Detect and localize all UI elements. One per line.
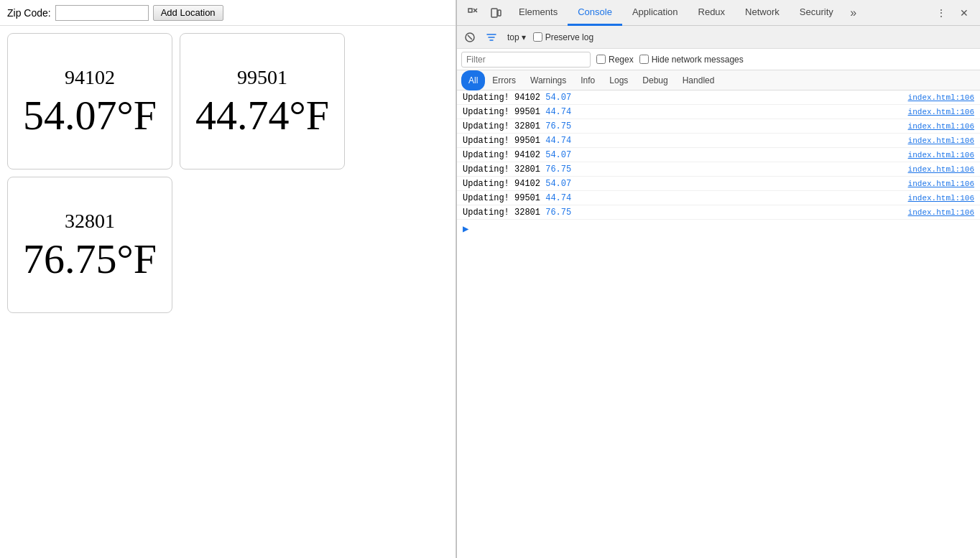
log-text: Updating! 94102 [463, 93, 545, 103]
context-selector[interactable]: top ▾ [504, 31, 529, 44]
regex-option[interactable]: Regex [596, 55, 634, 65]
log-text: Updating! 32801 [463, 164, 545, 175]
console-message: Updating! 94102 54.07 [463, 150, 908, 160]
log-text: Updating! 32801 [463, 121, 545, 131]
svg-rect-3 [491, 9, 497, 17]
close-devtools-button[interactable]: ✕ [954, 3, 974, 23]
preserve-log-checkbox[interactable] [533, 32, 542, 42]
zip-input[interactable] [55, 5, 149, 21]
log-text: Updating! 94102 [463, 179, 545, 189]
log-number: 76.75 [545, 208, 571, 218]
log-level-tab-warnings[interactable]: Warnings [523, 70, 573, 90]
log-number: 76.75 [545, 121, 571, 131]
console-source[interactable]: index.html:106 [908, 180, 974, 188]
svg-rect-0 [468, 9, 472, 12]
console-message: Updating! 99501 44.74 [463, 107, 908, 117]
console-row: Updating! 32801 76.75 index.html:106 [457, 205, 980, 220]
clear-console-button[interactable] [461, 29, 479, 46]
weather-card: 94102 54.07°F [7, 33, 172, 169]
console-source[interactable]: index.html:106 [908, 122, 974, 131]
console-toolbar: top ▾ Preserve log [457, 26, 980, 49]
console-source[interactable]: index.html:106 [908, 208, 974, 217]
context-chevron-icon: ▾ [522, 32, 526, 42]
hide-network-label: Hide network messages [652, 55, 744, 65]
devtools-right-icons: ⋮ ✕ [931, 3, 974, 23]
log-level-tab-debug[interactable]: Debug [635, 70, 675, 90]
console-message: Updating! 99501 44.74 [463, 136, 908, 146]
regex-checkbox[interactable] [596, 55, 606, 64]
console-source[interactable]: index.html:106 [908, 108, 974, 116]
console-message: Updating! 99501 44.74 [463, 193, 908, 203]
console-output: Updating! 94102 54.07 index.html:106 Upd… [457, 90, 980, 558]
console-row: Updating! 32801 76.75 index.html:106 [457, 119, 980, 134]
log-number: 54.07 [545, 179, 571, 189]
tab-network[interactable]: Network [735, 0, 790, 26]
console-source[interactable]: index.html:106 [908, 165, 974, 174]
log-text: Updating! 94102 [463, 150, 545, 160]
console-row: Updating! 94102 54.07 index.html:106 [457, 177, 980, 191]
console-message: Updating! 32801 76.75 [463, 164, 908, 175]
tab-security[interactable]: Security [790, 0, 843, 26]
weather-zip: 99501 [237, 66, 287, 89]
weather-zip: 94102 [65, 66, 115, 89]
log-level-tab-info[interactable]: Info [573, 70, 602, 90]
tab-elements[interactable]: Elements [509, 0, 568, 26]
filter-bar: Regex Hide network messages [457, 49, 980, 70]
console-row: Updating! 94102 54.07 index.html:106 [457, 90, 980, 105]
more-tabs-button[interactable]: » [843, 3, 864, 23]
log-number: 54.07 [545, 93, 571, 103]
console-message: Updating! 32801 76.75 [463, 208, 908, 218]
log-text: Updating! 99501 [463, 193, 545, 203]
log-text: Updating! 32801 [463, 208, 545, 218]
log-number: 44.74 [545, 107, 571, 117]
log-text: Updating! 99501 [463, 136, 545, 146]
weather-card: 32801 76.75°F [7, 177, 172, 313]
log-level-tab-all[interactable]: All [461, 70, 485, 90]
console-row: Updating! 99501 44.74 index.html:106 [457, 105, 980, 119]
console-source[interactable]: index.html:106 [908, 136, 974, 145]
log-text: Updating! 99501 [463, 107, 545, 117]
console-message: Updating! 32801 76.75 [463, 121, 908, 131]
add-location-button[interactable]: Add Location [153, 5, 223, 21]
more-options-button[interactable]: ⋮ [931, 3, 951, 23]
regex-label: Regex [609, 55, 634, 65]
console-filter-input[interactable] [461, 52, 591, 68]
device-icon-button[interactable] [486, 3, 506, 23]
console-prompt: ▶ [457, 220, 980, 238]
console-source[interactable]: index.html:106 [908, 93, 974, 102]
console-row: Updating! 99501 44.74 index.html:106 [457, 191, 980, 205]
log-level-tabs: AllErrorsWarningsInfoLogsDebugHandled [457, 70, 980, 90]
devtools-tab-bar: Elements Console Application Redux Netwo… [457, 0, 980, 26]
hide-network-checkbox[interactable] [639, 55, 649, 64]
log-level-tab-handled[interactable]: Handled [675, 70, 722, 90]
tab-redux[interactable]: Redux [688, 0, 736, 26]
console-source[interactable]: index.html:106 [908, 194, 974, 203]
prompt-arrow-icon: ▶ [463, 223, 468, 235]
log-number: 76.75 [545, 164, 571, 175]
log-number: 44.74 [545, 136, 571, 146]
preserve-log-text: Preserve log [545, 32, 593, 42]
console-source[interactable]: index.html:106 [908, 151, 974, 159]
preserve-log-label[interactable]: Preserve log [533, 32, 593, 42]
devtools-tabs: Elements Console Application Redux Netwo… [509, 0, 928, 26]
context-label: top [507, 32, 519, 42]
log-level-tab-logs[interactable]: Logs [602, 70, 635, 90]
left-panel: Zip Code: Add Location 94102 54.07°F 995… [0, 0, 456, 558]
weather-temp: 44.74°F [195, 95, 329, 136]
filter-icon-button[interactable] [483, 29, 500, 46]
weather-temp: 54.07°F [23, 95, 157, 136]
log-level-tab-errors[interactable]: Errors [485, 70, 523, 90]
log-number: 44.74 [545, 193, 571, 203]
inspect-icon-button[interactable] [463, 3, 483, 23]
console-row: Updating! 32801 76.75 index.html:106 [457, 162, 980, 177]
svg-rect-4 [498, 10, 501, 16]
tab-console[interactable]: Console [568, 0, 622, 26]
hide-network-option[interactable]: Hide network messages [639, 55, 744, 65]
log-number: 54.07 [545, 150, 571, 160]
devtools-panel: Elements Console Application Redux Netwo… [456, 0, 980, 558]
tab-application[interactable]: Application [622, 0, 688, 26]
console-message: Updating! 94102 54.07 [463, 93, 908, 103]
weather-zip: 32801 [65, 210, 115, 233]
weather-temp: 76.75°F [23, 238, 157, 280]
weather-card: 99501 44.74°F [180, 33, 345, 169]
